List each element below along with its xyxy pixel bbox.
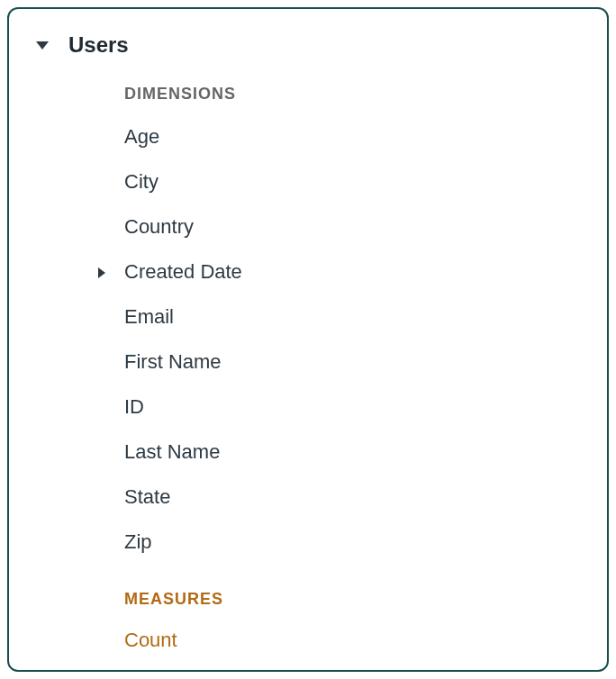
dimension-item[interactable]: Email <box>124 294 589 340</box>
dimension-label: Email <box>124 307 174 327</box>
measures-list: Count <box>124 620 589 661</box>
dimension-label: Created Date <box>124 262 242 282</box>
collapse-icon <box>34 37 50 53</box>
dimension-item[interactable]: Last Name <box>124 430 589 475</box>
field-picker-panel: Users DIMENSIONS AgeCityCountryCreated D… <box>7 7 609 672</box>
dimension-item[interactable]: Zip <box>124 520 589 565</box>
measures-section-label: MEASURES <box>124 590 589 609</box>
dimension-label: ID <box>124 397 144 417</box>
dimension-item[interactable]: State <box>124 475 589 520</box>
dimension-item[interactable]: ID <box>124 385 589 430</box>
view-body: DIMENSIONS AgeCityCountryCreated DateEma… <box>34 85 589 661</box>
dimension-item[interactable]: Created Date <box>124 249 589 294</box>
dimension-label: Age <box>124 127 159 147</box>
dimensions-list: AgeCityCountryCreated DateEmailFirst Nam… <box>124 114 589 565</box>
dimension-label: First Name <box>124 352 222 372</box>
dimension-item[interactable]: Age <box>124 114 589 159</box>
dimension-label: Zip <box>124 532 152 552</box>
chevron-right-icon <box>94 265 110 281</box>
view-title: Users <box>68 32 129 58</box>
dimensions-section-label: DIMENSIONS <box>124 85 589 104</box>
dimension-label: City <box>124 172 159 192</box>
dimension-label: Last Name <box>124 442 220 462</box>
view-header[interactable]: Users <box>34 27 589 63</box>
measure-label: Count <box>124 629 177 651</box>
measure-item[interactable]: Count <box>124 620 589 661</box>
dimension-item[interactable]: City <box>124 159 589 204</box>
expand-icon-slot <box>94 262 110 282</box>
dimension-label: Country <box>124 217 194 237</box>
dimension-label: State <box>124 487 170 507</box>
dimension-item[interactable]: Country <box>124 204 589 249</box>
dimension-item[interactable]: First Name <box>124 340 589 385</box>
